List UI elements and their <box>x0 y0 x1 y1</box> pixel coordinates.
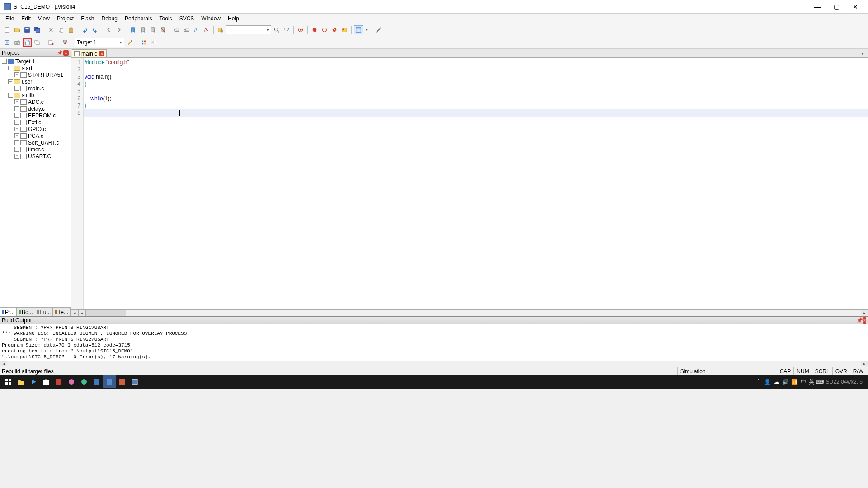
tray-chevron-icon[interactable]: ˄ <box>755 379 762 385</box>
menu-flash[interactable]: Flash <box>77 14 98 23</box>
tree-toggle-icon[interactable]: + <box>14 127 19 131</box>
tree-toggle-icon[interactable]: + <box>14 86 19 91</box>
save-icon[interactable] <box>23 25 32 34</box>
tree-group-user[interactable]: –user <box>0 78 71 85</box>
taskbar-app4-icon[interactable] <box>103 375 116 388</box>
tree-toggle-icon[interactable]: – <box>2 59 7 64</box>
taskbar-explorer-icon[interactable] <box>14 375 27 388</box>
menu-help[interactable]: Help <box>224 14 243 23</box>
breakpoint-insert-icon[interactable] <box>310 25 319 34</box>
taskbar-app1-icon[interactable] <box>52 375 65 388</box>
tree-file[interactable]: +USART.C <box>0 153 71 160</box>
tree-file[interactable]: +GPIO.c <box>0 126 71 132</box>
pin-icon[interactable]: 📌 <box>57 50 62 56</box>
project-bottom-tab[interactable]: Te... <box>53 308 71 316</box>
taskbar-uvision-icon[interactable] <box>128 375 141 388</box>
hscroll-right-icon[interactable]: ▸ <box>861 310 868 316</box>
window-dropdown-icon[interactable]: ▾ <box>364 25 369 34</box>
tree-toggle-icon[interactable]: – <box>8 79 13 84</box>
bookmark-prev-icon[interactable] <box>138 25 147 34</box>
code-area[interactable]: 12345678 #include "config.h" void main()… <box>71 58 868 309</box>
tree-group-stclib[interactable]: –stclib <box>0 92 71 99</box>
tree-toggle-icon[interactable]: + <box>14 72 19 77</box>
target-options-icon[interactable] <box>125 38 134 47</box>
tray-volume-icon[interactable]: 🔊 <box>783 379 789 385</box>
target-combo[interactable]: Target 1▾ <box>75 38 124 47</box>
bookmark-toggle-icon[interactable] <box>128 25 137 34</box>
comment-icon[interactable]: // <box>192 25 201 34</box>
tree-toggle-icon[interactable]: – <box>8 93 13 98</box>
tray-keyboard-icon[interactable]: ⌨ <box>817 379 823 385</box>
minimize-button[interactable]: — <box>812 1 823 12</box>
find-in-files-icon[interactable] <box>216 25 225 34</box>
tray-ime[interactable]: 英 <box>809 378 814 386</box>
tree-file[interactable]: +delay.c <box>0 105 71 112</box>
hscroll-left-icon[interactable]: ◂ <box>71 310 78 316</box>
taskbar-app2-icon[interactable] <box>65 375 78 388</box>
outdent-icon[interactable] <box>182 25 191 34</box>
translate-icon[interactable] <box>3 38 12 47</box>
tree-toggle-icon[interactable]: + <box>14 133 19 138</box>
tree-target[interactable]: –Target 1 <box>0 58 71 65</box>
stop-build-icon[interactable] <box>47 38 56 47</box>
tray-cloud-icon[interactable]: ☁ <box>774 379 780 385</box>
tree-file[interactable]: +timer.c <box>0 146 71 153</box>
tree-toggle-icon[interactable]: + <box>14 106 19 111</box>
tree-toggle-icon[interactable]: + <box>14 113 19 118</box>
editor-tabs-dropdown-icon[interactable]: ▾ <box>859 50 866 57</box>
undo-icon[interactable] <box>80 25 90 34</box>
hscroll-left2-icon[interactable]: ◂ <box>78 310 85 316</box>
tree-toggle-icon[interactable]: – <box>8 66 13 70</box>
window-tile-icon[interactable] <box>354 25 363 34</box>
taskbar-store-icon[interactable] <box>40 375 52 388</box>
tree-file[interactable]: +Exti.c <box>0 119 71 126</box>
build-output-hscroll[interactable]: ◂ ▸ <box>0 361 868 367</box>
tree-toggle-icon[interactable]: + <box>14 147 19 152</box>
menu-peripherals[interactable]: Peripherals <box>121 14 156 23</box>
breakpoint-window-icon[interactable] <box>340 25 349 34</box>
project-tree[interactable]: –Target 1–start+STARTUP.A51–user+main.c–… <box>0 57 71 307</box>
configure-icon[interactable] <box>374 25 383 34</box>
menu-window[interactable]: Window <box>198 14 224 23</box>
taskbar-app3-icon[interactable] <box>90 375 103 388</box>
menu-view[interactable]: View <box>34 14 53 23</box>
hscroll-track[interactable] <box>7 361 861 367</box>
hscroll-right-icon[interactable]: ▸ <box>861 361 868 366</box>
tree-file[interactable]: +ADC.c <box>0 99 71 105</box>
panel-close-icon[interactable]: × <box>863 317 866 324</box>
editor-hscroll[interactable]: ◂ ◂ ▸ <box>71 309 868 316</box>
breakpoint-kill-icon[interactable] <box>330 25 339 34</box>
pin-icon[interactable]: 📌 <box>856 317 863 324</box>
tray-network-icon[interactable]: 📶 <box>792 379 798 385</box>
bookmark-clear-icon[interactable] <box>158 25 167 34</box>
tab-close-icon[interactable]: × <box>99 51 104 56</box>
project-bottom-tab[interactable]: Bo... <box>17 308 35 316</box>
menu-file[interactable]: File <box>2 14 18 23</box>
tree-file[interactable]: +PCA.c <box>0 132 71 139</box>
redo-icon[interactable] <box>90 25 99 34</box>
uncomment-icon[interactable]: // <box>202 25 211 34</box>
find-icon[interactable] <box>272 25 281 34</box>
copy-icon[interactable] <box>57 25 66 34</box>
nav-back-icon[interactable] <box>104 25 113 34</box>
tray-ime2[interactable]: 中 <box>801 378 806 386</box>
download-icon[interactable] <box>61 38 70 47</box>
tree-file[interactable]: +Soft_UART.c <box>0 139 71 146</box>
breakpoint-disable-icon[interactable] <box>320 25 329 34</box>
close-button[interactable]: ✕ <box>850 1 861 12</box>
taskbar-media-icon[interactable] <box>27 375 40 388</box>
build-icon[interactable] <box>13 38 22 47</box>
tree-file[interactable]: +EEPROM.c <box>0 112 71 119</box>
tree-toggle-icon[interactable]: + <box>14 120 19 125</box>
indent-icon[interactable] <box>172 25 181 34</box>
menu-project[interactable]: Project <box>53 14 77 23</box>
file-extensions-icon[interactable] <box>149 38 158 47</box>
manage-project-icon[interactable] <box>139 38 148 47</box>
taskbar-app5-icon[interactable] <box>116 375 128 388</box>
nav-forward-icon[interactable] <box>114 25 123 34</box>
tree-file[interactable]: +main.c <box>0 85 71 92</box>
debug-icon[interactable] <box>296 25 305 34</box>
open-file-icon[interactable] <box>13 25 22 34</box>
panel-close-icon[interactable]: × <box>63 50 69 56</box>
build-output-text[interactable]: SEGMENT: ?PR?_PRINTSTRING1?USART *** WAR… <box>0 324 868 361</box>
